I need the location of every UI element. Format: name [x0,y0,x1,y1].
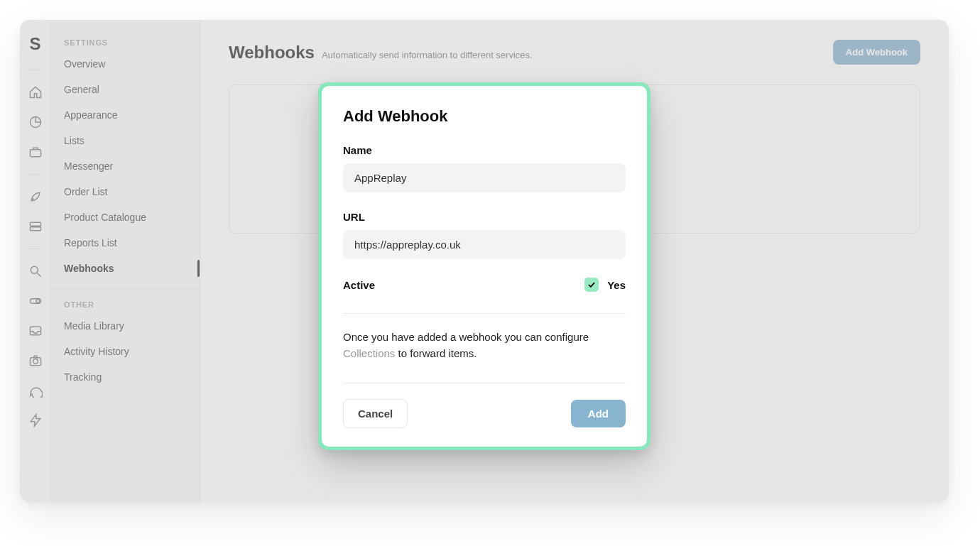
modal-help-text: Once you have added a webhook you can co… [343,329,626,361]
active-value-text: Yes [607,279,626,291]
modal-title: Add Webhook [343,107,626,126]
check-icon [587,280,597,290]
help-text-post: to forward items. [395,347,477,359]
active-label: Active [343,279,375,291]
add-button[interactable]: Add [571,400,626,427]
active-checkbox[interactable] [584,278,599,292]
url-label: URL [343,211,626,223]
cancel-button[interactable]: Cancel [343,399,408,428]
help-text-pre: Once you have added a webhook you can co… [343,331,589,343]
name-label: Name [343,144,626,156]
app-window: S [20,20,949,503]
collections-link[interactable]: Collections [343,347,395,359]
modal-divider [343,313,626,314]
modal-divider [343,383,626,383]
modal: Add Webhook Name URL Active Yes [318,82,650,450]
name-input[interactable] [343,163,626,192]
url-input[interactable] [343,230,626,259]
